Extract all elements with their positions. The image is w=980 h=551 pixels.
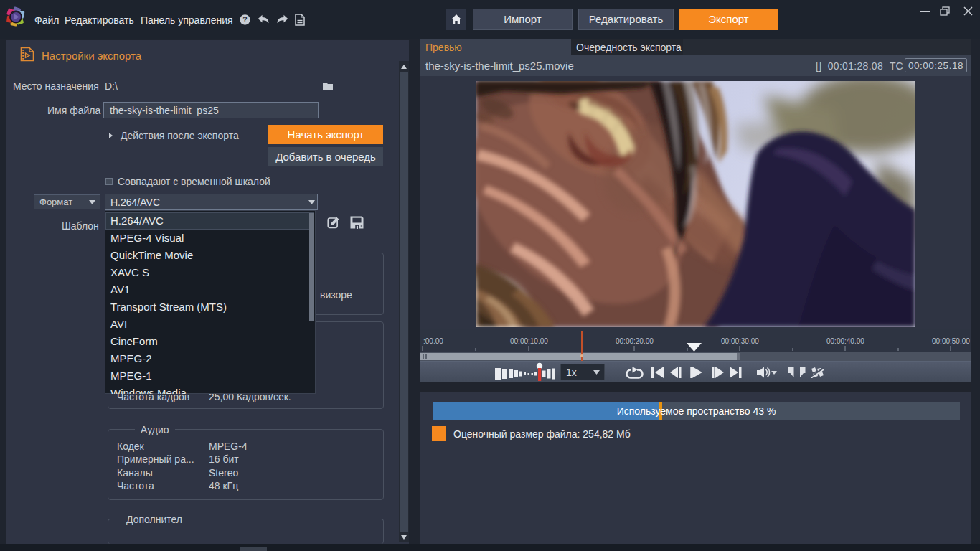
svg-text:?: ? <box>242 15 247 24</box>
